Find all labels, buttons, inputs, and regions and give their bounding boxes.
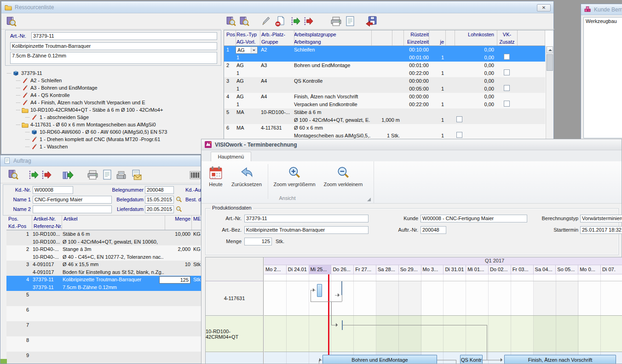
search-resource-button[interactable]	[5, 16, 17, 28]
table-scrollbar[interactable]	[546, 46, 553, 140]
table-row[interactable]: 8	[6, 336, 202, 352]
col-header-vk2[interactable]: Zusatz	[497, 38, 517, 46]
belegdatum-field[interactable]: 15.05.2015	[145, 196, 174, 204]
col-header-lohnkosten[interactable]: Lohnkosten	[454, 31, 494, 38]
heute-button[interactable]: Heute	[204, 164, 227, 197]
tree-item[interactable]: 4-117631 - Ø 60 x 6 mm Montagescheiben a…	[16, 121, 156, 128]
move-out-icon[interactable]	[41, 170, 52, 181]
date-cell[interactable]: Sa 28...	[376, 265, 399, 274]
gantt-resource-label[interactable]: 4-117631	[206, 281, 263, 316]
menge-field[interactable]: 125	[244, 238, 272, 245]
table-row[interactable]: 3 4-091017 4-091017 Ø 46 x 15,5 mm Boden…	[6, 261, 202, 276]
date-cell[interactable]: Mi 01...	[466, 265, 489, 274]
kunde-field[interactable]: W00008 - CNC-Fertigung Maier	[420, 215, 527, 222]
search-book-icon[interactable]	[225, 16, 236, 27]
kunde-titlebar[interactable]: Kunde Bem	[581, 4, 622, 15]
date-cell[interactable]: Mo 2...	[264, 265, 287, 274]
vk-zusatz-checkbox[interactable]	[504, 85, 510, 91]
print-icon[interactable]	[330, 16, 342, 27]
vk-zusatz-checkbox[interactable]	[504, 54, 510, 60]
gantt-bar-small[interactable]	[317, 284, 322, 297]
gantt-bar-finish[interactable]: Finish, Ätzen nach Vorschrift	[504, 355, 616, 364]
table-row[interactable]: 1 AG 1 A2 Schleifen 00:10:00 00:01:00 1 …	[224, 46, 545, 62]
save-exit-icon[interactable]	[366, 16, 377, 27]
move-in-icon[interactable]	[290, 16, 301, 27]
tree-item[interactable]: A4 - Finish, Ätzen nach Vorschrift Verpa…	[16, 99, 145, 106]
col-header-je[interactable]: je	[429, 38, 444, 46]
date-cell[interactable]: Sa 04...	[534, 265, 556, 274]
table-row[interactable]: 4 AG 1 A4 Finish, Ätzen nach Vorschrift …	[224, 93, 545, 108]
report-icon[interactable]	[345, 16, 356, 27]
email-document-icon[interactable]	[130, 169, 142, 181]
zoom-in-button[interactable]: Zoom vergrößernn	[271, 164, 318, 197]
name2-field[interactable]	[33, 205, 112, 213]
gantt-bar-bohren[interactable]: Bohren und EndMontage	[323, 355, 437, 364]
zoom-out-button[interactable]: Zoom verkleinern	[320, 164, 366, 197]
table-row[interactable]: 2 10-RD40-... 10-RD40-... Stange á 3m Ø …	[6, 245, 202, 261]
col-header-referenznr[interactable]: Referenz-Nr.	[34, 223, 62, 229]
col-header-pos[interactable]: Pos.	[8, 216, 18, 222]
col-header-artikelnr[interactable]: Artikel-Nr.	[34, 216, 56, 222]
date-cell[interactable]: Di 24.01	[287, 265, 309, 274]
visiowork-titlebar[interactable]: VISIOwork - Terminberechnung	[202, 139, 622, 150]
fax-icon[interactable]	[115, 170, 127, 181]
move-in-icon[interactable]	[28, 170, 39, 181]
col-header-me[interactable]: ME	[193, 216, 201, 222]
name1-field[interactable]: CNC-Fertigung Maier	[33, 196, 112, 204]
col-header-restyp[interactable]: Res.-Typ	[236, 31, 257, 38]
table-row[interactable]: 2 AG 1 A3 Bohren und EndMontage 00:01:00…	[224, 62, 545, 77]
move-out-icon[interactable]	[303, 16, 314, 27]
date-cell[interactable]: Di 07.	[601, 265, 622, 274]
date-lookup-icon[interactable]	[176, 206, 182, 212]
col-header-gruppe1[interactable]: Arb.-Platz-	[261, 31, 285, 38]
col-header-gruppe2[interactable]: Gruppe	[261, 38, 278, 46]
table-row[interactable]: 5 MA 10-RD100-... Stäbe á 6 m Ø 100 - 42…	[224, 108, 545, 124]
res-typ-dropdown[interactable]: AG	[236, 46, 258, 54]
gantt-row-10-rd100[interactable]	[264, 316, 622, 352]
search-book2-icon[interactable]	[238, 16, 250, 27]
tree-item[interactable]: 1 - Drehen komplett auf CNC (Murata MT20…	[25, 136, 160, 143]
delete-row-icon[interactable]	[275, 16, 286, 27]
scrollbar-thumb[interactable]	[547, 54, 553, 71]
kunde-note-field[interactable]: Werkzeugbau	[583, 17, 622, 138]
art-name-field[interactable]: Kolibripinzette Troutman-Barraquer	[10, 42, 217, 50]
auftrnr-field[interactable]: 200048	[420, 226, 446, 234]
edit-pen-icon[interactable]	[260, 16, 271, 27]
date-cell[interactable]: Mo 3...	[421, 265, 444, 274]
starttermin-field[interactable]: 25.01.2017 18:32:0	[580, 226, 622, 234]
date-cell[interactable]: Do 02...	[489, 265, 511, 274]
scroll-up-button[interactable]	[547, 46, 553, 53]
date-cell[interactable]: Mo 0...	[578, 265, 601, 274]
date-cell[interactable]: Di 31.01	[443, 265, 466, 274]
auftrag-titlebar[interactable]: Auftrag	[0, 155, 201, 166]
table-row[interactable]: 6 MA 4-117631 Ø 60 x 6 mm Montagescheibe…	[224, 124, 545, 140]
gantt-resource-label[interactable]: 10-RD100-42CRM04+QT	[206, 316, 263, 352]
col-header-ag2[interactable]: Arbeitsgang	[294, 38, 321, 46]
tree-item[interactable]: A4 - QS Kontrolle	[16, 91, 70, 99]
gantt-bar-qs[interactable]: QS Kontr	[460, 355, 483, 364]
col-header-menge[interactable]: Menge	[166, 216, 190, 222]
zuruecksetzen-button[interactable]: Zurücksetzen	[227, 164, 266, 197]
table-row-selected[interactable]: 4 37379-11 37379-11 Kolibripinzette Trou…	[6, 276, 202, 291]
vk-zusatz-checkbox[interactable]	[504, 101, 510, 107]
table-row[interactable]: 6	[6, 306, 202, 321]
col-header-kdpos[interactable]: Kd.-Pos	[8, 223, 26, 229]
tree-item[interactable]: 10-RD100-42CRM04+QT - Stäbe á 6 m Ø 100 …	[16, 106, 163, 114]
col-header-einzelzeit[interactable]: Einzelzeit	[403, 38, 429, 46]
col-header-artikel[interactable]: Artikel	[63, 216, 78, 222]
date-cell-current[interactable]: Mi 25...	[309, 265, 332, 274]
barcode-icon[interactable]	[189, 170, 201, 181]
date-cell[interactable]: Do 26...	[331, 265, 354, 274]
tree-item[interactable]: 37379-11	[7, 69, 42, 77]
date-cell[interactable]: Fr 27...	[354, 265, 376, 274]
close-button[interactable]: ✕	[537, 4, 551, 11]
transfer-icon[interactable]	[62, 170, 74, 181]
col-header-ruestzeit[interactable]: Rüstzeit	[403, 31, 429, 38]
tree-item[interactable]: A3 - Bohren und EndMontage	[16, 84, 98, 91]
material-checkbox[interactable]	[456, 116, 462, 122]
tree-item[interactable]: 1 - Waschen	[25, 143, 68, 150]
report-icon[interactable]	[102, 169, 113, 180]
col-header-vk1[interactable]: VK-	[497, 31, 517, 38]
berechnungstyp-field[interactable]: Vorwärtsterminierung	[580, 215, 622, 222]
date-cell[interactable]: So 29...	[399, 265, 421, 274]
